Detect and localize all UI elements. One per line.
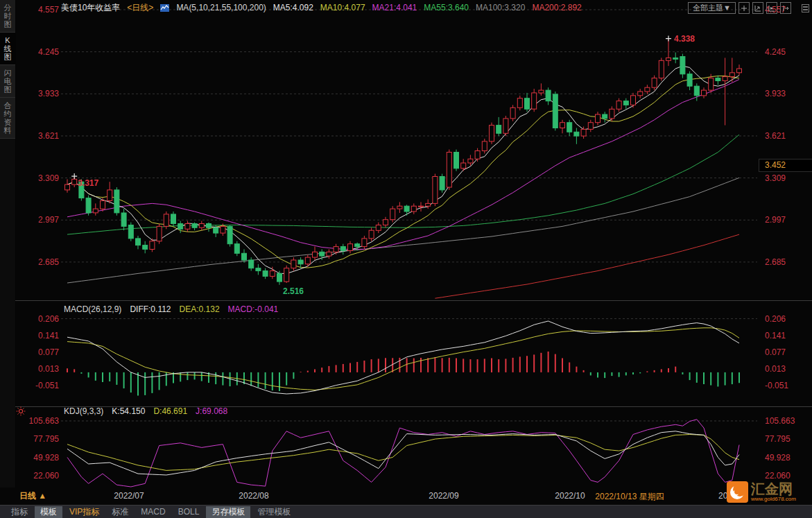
svg-text:2.516: 2.516 xyxy=(283,286,304,296)
svg-text:3.317: 3.317 xyxy=(78,178,98,188)
pane-layout-icon[interactable] xyxy=(802,4,809,12)
header-segment-2: <日线> xyxy=(127,2,153,14)
y-axis-label: 2.685 xyxy=(765,257,805,267)
header-segment-9: MA200:2.892 xyxy=(532,3,581,12)
sidebar-tab-1[interactable]: 分时图 xyxy=(0,0,15,33)
y-axis-label: 0.077 xyxy=(765,347,805,357)
logo-name: 汇金网 xyxy=(751,481,796,497)
y-axis-label: 0.141 xyxy=(19,331,59,340)
y-axis-label: 49.928 xyxy=(765,453,805,463)
y-axis-label: 22.060 xyxy=(19,471,59,481)
logo-url: www.gold678.com xyxy=(751,497,796,502)
y-axis-label: 3.309 xyxy=(765,173,805,183)
y-axis-label: 2.685 xyxy=(19,257,59,267)
date-label: 2022/07 xyxy=(114,491,144,501)
toolbar-tab-8[interactable]: 管理模板 xyxy=(252,506,296,518)
kdj-value-3: D:46.691 xyxy=(153,406,187,416)
chart-application-window: 分时图K线图闪电图合约资料 美债10年收益率<日线>MA(5,10,21,55,… xyxy=(0,0,812,518)
header-segment-4: MA5:4.092 xyxy=(273,3,313,12)
toolbar-tab-6[interactable]: BOLL xyxy=(173,506,205,518)
header-segment-3: MA(5,10,21,55,100,200) xyxy=(176,3,266,12)
y-axis-label: 3.309 xyxy=(19,173,59,183)
y-axis-label: 3.933 xyxy=(19,89,59,98)
export-icon[interactable] xyxy=(780,2,791,14)
crosshair-icon[interactable] xyxy=(738,2,750,14)
macd-chart[interactable] xyxy=(61,303,757,406)
site-logo: 汇金网 www.gold678.com xyxy=(727,481,796,503)
y-axis-label: 2.997 xyxy=(765,215,805,225)
zoom-area-icon[interactable] xyxy=(752,2,763,14)
toolbar-tab-3[interactable]: VIP指标 xyxy=(64,506,105,518)
y-axis-label: 0.206 xyxy=(765,314,805,324)
sidebar-tab-2[interactable]: K线图 xyxy=(0,33,15,65)
theme-select-button[interactable]: 全部主题▼ xyxy=(688,2,736,14)
price-marker-box: 3.452 xyxy=(759,159,812,172)
y-axis-label: 49.928 xyxy=(19,453,59,463)
toolbar-tab-2[interactable]: 模板 xyxy=(35,506,62,518)
header-segment-1: 美债10年收益率 xyxy=(61,2,120,14)
pane-divider[interactable] xyxy=(15,300,812,301)
sidebar-tab-3[interactable]: 闪电图 xyxy=(0,65,15,98)
header-controls: 全部主题▼ xyxy=(688,2,791,14)
y-axis-label: 0.206 xyxy=(19,314,59,324)
kdj-header: KDJ(9,3,3)K:54.150D:46.691J:69.068 xyxy=(64,406,227,416)
date-label: 2022/08 xyxy=(239,491,268,501)
kdj-value-1: KDJ(9,3,3) xyxy=(64,406,103,416)
y-axis-label: 4.557 xyxy=(19,5,59,15)
macd-value-1: MACD(26,12,9) xyxy=(64,304,121,314)
sidebar-tab-4[interactable]: 合约资料 xyxy=(0,98,15,139)
y-axis-label: 4.245 xyxy=(765,47,805,57)
y-axis-label: 77.795 xyxy=(765,434,805,444)
date-label: 2022/10 xyxy=(555,491,585,501)
highlighted-date-label: 2022/10/13 星期四 xyxy=(595,491,664,503)
period-selector[interactable]: 日线 ▲ xyxy=(19,490,46,502)
y-axis-label: 105.663 xyxy=(765,416,805,426)
chart-style-icon[interactable] xyxy=(160,3,169,12)
kdj-chart[interactable] xyxy=(61,409,757,487)
macd-header: MACD(26,12,9)DIFF:0.112DEA:0.132MACD:-0.… xyxy=(64,304,278,314)
y-axis-label: 22.060 xyxy=(765,471,805,481)
y-axis-label: 3.621 xyxy=(765,131,805,141)
toolbar-tab-4[interactable]: 标准 xyxy=(106,506,134,518)
date-axis-row: 日线 ▲ 2022/072022/082022/092022/102022/10… xyxy=(0,487,812,505)
y-axis-label: 77.795 xyxy=(19,434,59,444)
chart-type-tabs: 分时图K线图闪电图合约资料 xyxy=(0,0,15,139)
y-axis-label: 0.013 xyxy=(765,364,805,374)
macd-value-2: DIFF:0.112 xyxy=(130,304,171,314)
toolbar-tab-7[interactable]: 另存模板 xyxy=(206,506,250,518)
y-axis-label: 105.663 xyxy=(19,416,59,426)
y-axis-label: -0.051 xyxy=(19,381,59,390)
header-segment-7: MA55:3.640 xyxy=(424,3,469,12)
date-label: 2022/09 xyxy=(429,491,458,501)
header-segment-6: MA21:4.041 xyxy=(372,3,417,12)
chart-header: 美债10年收益率<日线>MA(5,10,21,55,100,200)MA5:4.… xyxy=(61,2,582,13)
y-axis-label: -0.051 xyxy=(765,381,805,390)
y-axis-label: 4.245 xyxy=(19,47,59,57)
candlestick-chart[interactable]: 3.3172.5164.338 xyxy=(61,0,757,300)
macd-value-3: DEA:0.132 xyxy=(180,304,220,314)
logo-icon xyxy=(727,481,748,503)
pan-right-icon[interactable] xyxy=(766,2,777,14)
y-axis-label: 0.013 xyxy=(19,364,59,374)
toolbar-tab-5[interactable]: MACD xyxy=(135,506,171,518)
svg-text:4.338: 4.338 xyxy=(674,34,695,44)
macd-value-4: MACD:-0.041 xyxy=(228,304,279,314)
y-axis-label: 3.621 xyxy=(19,131,59,141)
bottom-toolbar: 指标模板VIP指标标准MACDBOLL另存模板管理模板 xyxy=(0,505,812,518)
y-axis-label: 2.997 xyxy=(19,215,59,225)
y-axis-label: 0.141 xyxy=(765,331,805,340)
y-axis-label: 3.933 xyxy=(765,89,805,98)
toolbar-tab-1[interactable]: 指标 xyxy=(6,506,33,518)
kdj-value-2: K:54.150 xyxy=(112,406,145,416)
y-axis-label: 0.077 xyxy=(19,347,59,357)
header-segment-8: MA100:3.320 xyxy=(476,3,525,12)
left-sidebar: 分时图K线图闪电图合约资料 xyxy=(0,0,15,487)
header-segment-5: MA10:4.077 xyxy=(320,3,365,12)
kdj-value-4: J:69.068 xyxy=(196,406,227,416)
indicator-alert-icon[interactable] xyxy=(16,406,26,416)
